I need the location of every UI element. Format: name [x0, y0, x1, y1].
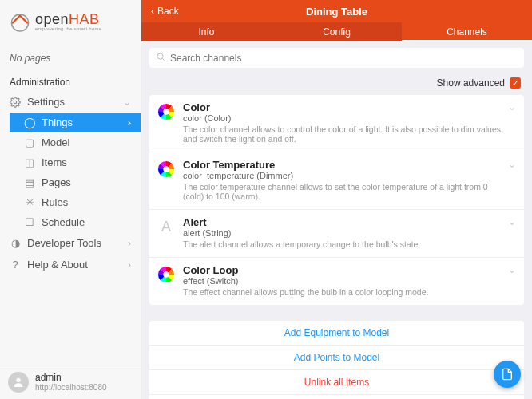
admin-heading: Administration — [0, 69, 141, 91]
search-input[interactable] — [170, 53, 518, 64]
svg-point-1 — [14, 101, 17, 104]
search-box[interactable] — [149, 48, 524, 68]
color-wheel-icon — [157, 266, 175, 283]
channel-title: Alert — [183, 216, 503, 228]
user-name: admin — [35, 372, 107, 383]
nav-rules-label: Rules — [42, 196, 68, 208]
nav-things[interactable]: ◯Things › — [10, 113, 141, 132]
letter-icon: A — [157, 218, 175, 235]
back-button[interactable]: ‹ Back — [141, 6, 189, 17]
nav-pages-label: Pages — [42, 176, 71, 188]
topbar: ‹ Back Dining Table Info Config Channels — [141, 0, 532, 41]
brand-tagline: empowering the smart home — [35, 26, 102, 31]
chevron-down-icon: ⌄ — [123, 97, 131, 108]
chevron-left-icon: ‹ — [151, 6, 154, 17]
channel-description: The color channel allows to control the … — [183, 124, 503, 144]
action-button[interactable]: Add Points to Model — [149, 346, 524, 370]
channel-subtitle: color_temperature (Dimmer) — [183, 171, 503, 180]
nav-pages[interactable]: ▤Pages — [10, 172, 141, 192]
nav-developer-tools[interactable]: ◑Developer Tools › — [0, 232, 141, 254]
svg-point-5 — [163, 109, 169, 114]
brand-hab: HAB — [69, 11, 100, 27]
color-wheel-icon — [157, 103, 175, 120]
channel-subtitle: effect (Switch) — [183, 276, 503, 286]
model-icon: ▢ — [24, 137, 35, 148]
channel-subtitle: alert (String) — [183, 228, 503, 238]
no-pages-label: No pages — [0, 46, 141, 69]
schedule-icon: ☐ — [24, 217, 35, 228]
nav-settings-label: Settings — [27, 96, 65, 108]
chevron-right-icon: › — [128, 117, 131, 128]
tabs: Info Config Channels — [141, 22, 532, 41]
nav-help-label: Help & About — [27, 259, 88, 271]
svg-point-7 — [163, 271, 169, 277]
avatar — [8, 372, 29, 393]
fab-button[interactable] — [494, 361, 521, 388]
nav-dev-label: Developer Tools — [27, 237, 101, 249]
nav-settings[interactable]: Settings ⌄ — [0, 91, 141, 113]
page-title: Dining Table — [141, 6, 532, 18]
user-host: http://localhost:8080 — [35, 383, 107, 393]
svg-point-2 — [16, 377, 20, 381]
chevron-down-icon[interactable]: ⌄ — [503, 216, 516, 249]
channel-row[interactable]: Color color (Color) The color channel al… — [149, 95, 524, 152]
channel-description: The color temperature channel allows to … — [183, 182, 503, 201]
back-label: Back — [157, 6, 179, 17]
channel-title: Color — [183, 101, 503, 113]
channel-description: The effect channel allows putting the bu… — [183, 287, 503, 297]
svg-point-0 — [12, 14, 29, 31]
color-wheel-icon — [157, 160, 175, 178]
nav-schedule[interactable]: ☐Schedule — [10, 212, 141, 232]
nav-help[interactable]: ?Help & About › — [0, 254, 141, 275]
tab-channels[interactable]: Channels — [402, 22, 532, 41]
chevron-down-icon[interactable]: ⌄ — [503, 264, 516, 297]
nav-model[interactable]: ▢Model — [10, 132, 141, 152]
actions-list: Add Equipment to ModelAdd Points to Mode… — [149, 321, 524, 399]
rules-icon: ✳ — [24, 197, 35, 208]
items-icon: ◫ — [24, 157, 35, 168]
logo-icon — [8, 10, 32, 34]
nav-items[interactable]: ◫Items — [10, 152, 141, 172]
chevron-right-icon: › — [128, 238, 131, 249]
sidebar: openHAB empowering the smart home No pag… — [0, 0, 141, 399]
tab-config[interactable]: Config — [272, 22, 402, 41]
chevron-down-icon[interactable]: ⌄ — [503, 159, 516, 201]
logo[interactable]: openHAB empowering the smart home — [0, 0, 141, 46]
gear-icon — [10, 97, 21, 108]
svg-line-4 — [162, 58, 164, 60]
chevron-right-icon: › — [128, 259, 131, 271]
channel-row[interactable]: Color Temperature color_temperature (Dim… — [149, 152, 524, 210]
chevron-down-icon[interactable]: ⌄ — [503, 101, 516, 144]
action-button[interactable]: Add Equipment to Model — [149, 321, 524, 346]
help-icon: ? — [10, 259, 21, 271]
brand-open: open — [35, 11, 69, 27]
channel-subtitle: color (Color) — [183, 113, 503, 123]
svg-point-6 — [163, 166, 169, 172]
dev-icon: ◑ — [10, 238, 21, 249]
channel-description: The alert channel allows a temporary cha… — [183, 239, 503, 249]
search-icon — [156, 52, 165, 64]
channel-row[interactable]: A Alert alert (String) The alert channel… — [149, 210, 524, 258]
things-icon: ◯ — [24, 117, 35, 128]
channel-row[interactable]: Color Loop effect (Switch) The effect ch… — [149, 258, 524, 305]
channels-list: Color color (Color) The color channel al… — [149, 95, 524, 305]
svg-point-3 — [157, 53, 163, 59]
nav-items-label: Items — [42, 156, 67, 168]
nav-schedule-label: Schedule — [42, 216, 85, 228]
nav-things-label: Things — [42, 117, 73, 128]
show-advanced-label: Show advanced — [437, 77, 505, 89]
nav-model-label: Model — [42, 136, 69, 148]
nav-rules[interactable]: ✳Rules — [10, 192, 141, 212]
channel-title: Color Loop — [183, 264, 503, 276]
channel-title: Color Temperature — [183, 159, 503, 171]
show-advanced-checkbox[interactable]: ✓ — [510, 77, 521, 89]
document-icon — [501, 368, 514, 381]
pages-icon: ▤ — [24, 177, 35, 188]
user-area[interactable]: admin http://localhost:8080 — [0, 365, 141, 399]
main: ‹ Back Dining Table Info Config Channels… — [141, 0, 532, 399]
action-button[interactable]: Unlink all and Remove Items — [149, 395, 524, 399]
tab-info[interactable]: Info — [141, 22, 272, 41]
action-button[interactable]: Unlink all Items — [149, 370, 524, 395]
